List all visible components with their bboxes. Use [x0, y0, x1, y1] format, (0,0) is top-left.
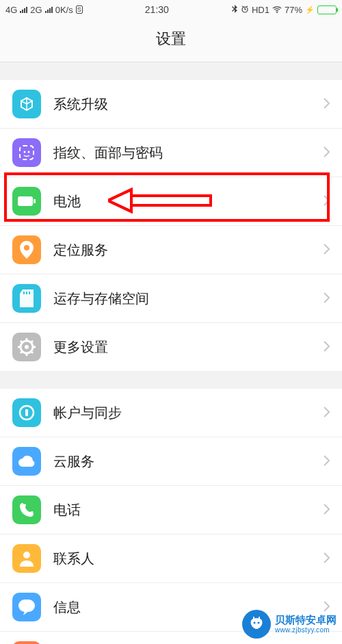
watermark: 贝斯特安卓网 www.zjbstyy.com: [242, 610, 337, 639]
svg-point-1: [276, 12, 278, 13]
item-label: 电话: [53, 501, 323, 519]
phone-icon: [12, 495, 41, 524]
settings-item-battery[interactable]: 电池: [0, 177, 342, 226]
svg-point-7: [24, 245, 29, 250]
settings-item-more[interactable]: 更多设置: [0, 323, 342, 371]
chevron-right-icon: [323, 404, 330, 422]
chevron-right-icon: [323, 95, 330, 113]
svg-rect-6: [34, 199, 36, 203]
settings-item-contacts[interactable]: 联系人: [0, 534, 342, 583]
person-icon: [12, 544, 41, 573]
pin-icon: [12, 235, 41, 264]
item-label: 电池: [53, 192, 323, 211]
chevron-right-icon: [323, 241, 330, 259]
svg-point-12: [25, 345, 29, 349]
svg-rect-5: [18, 196, 33, 206]
watermark-url: www.zjbstyy.com: [275, 626, 337, 634]
wifi-icon: [272, 5, 282, 15]
chevron-right-icon: [323, 289, 330, 307]
sd-icon: [12, 284, 41, 313]
svg-rect-8: [23, 292, 25, 294]
gear-icon: [12, 333, 41, 361]
chevron-right-icon: [323, 144, 330, 162]
hd-audio: HD1: [252, 5, 269, 15]
settings-item-cloud[interactable]: 云服务: [0, 437, 342, 486]
signal-bars-2: [45, 6, 53, 13]
status-bar: 4G 2G 0K/s S 21:30 HD1 77% ⚡: [0, 0, 342, 19]
item-label: 定位服务: [53, 241, 323, 259]
chevron-right-icon: [323, 192, 330, 210]
svg-rect-35: [253, 617, 254, 619]
svg-line-19: [31, 341, 33, 343]
svg-rect-2: [20, 146, 34, 159]
svg-line-17: [21, 341, 23, 343]
svg-rect-9: [26, 292, 27, 294]
settings-group: 帐户与同步云服务电话联系人信息相册: [0, 389, 342, 644]
settings-item-biometrics[interactable]: 指纹、面部与密码: [0, 129, 342, 177]
svg-rect-36: [259, 617, 260, 619]
svg-point-33: [254, 622, 256, 624]
item-label: 联系人: [53, 550, 323, 568]
chevron-right-icon: [323, 550, 330, 567]
item-label: 帐户与同步: [53, 404, 323, 422]
photo-icon: [12, 641, 41, 644]
chevron-right-icon: [323, 452, 330, 470]
item-label: 更多设置: [53, 338, 323, 357]
network-2g: 2G: [30, 5, 42, 15]
settings-item-location[interactable]: 定位服务: [0, 226, 342, 274]
svg-point-34: [258, 622, 260, 624]
network-4g: 4G: [5, 5, 17, 15]
alarm-icon: [241, 5, 249, 15]
battery-icon: [12, 187, 41, 216]
cloud-icon: [12, 447, 41, 476]
chevron-right-icon: [323, 338, 330, 356]
charging-icon: ⚡: [305, 5, 315, 14]
page-header: 设置: [0, 19, 342, 62]
svg-point-23: [23, 552, 30, 558]
sim-icon: S: [76, 5, 83, 14]
svg-rect-22: [25, 409, 28, 416]
item-label: 云服务: [53, 452, 323, 471]
status-right: HD1 77% ⚡: [231, 5, 337, 15]
settings-item-system-upgrade[interactable]: 系统升级: [0, 80, 342, 129]
status-left: 4G 2G 0K/s S: [5, 5, 83, 15]
face-icon: [12, 138, 41, 167]
section-gap: [0, 62, 342, 80]
section-gap: [0, 371, 342, 389]
svg-point-3: [24, 151, 26, 153]
net-speed: 0K/s: [55, 5, 73, 15]
svg-point-4: [28, 151, 30, 153]
bluetooth-icon: [231, 5, 238, 15]
cube-icon: [12, 90, 41, 118]
battery-icon: [317, 5, 337, 14]
settings-item-account-sync[interactable]: 帐户与同步: [0, 389, 342, 437]
svg-line-20: [21, 351, 23, 353]
item-label: 指纹、面部与密码: [53, 144, 323, 162]
watermark-logo-icon: [242, 610, 271, 639]
status-time: 21:30: [145, 4, 169, 15]
settings-group: 系统升级指纹、面部与密码电池定位服务运存与存储空间更多设置: [0, 80, 342, 371]
sync-icon: [12, 398, 41, 427]
signal-bars-1: [20, 6, 27, 13]
item-label: 系统升级: [53, 95, 323, 114]
page-title: 设置: [0, 29, 342, 49]
settings-item-storage[interactable]: 运存与存储空间: [0, 274, 342, 323]
svg-rect-10: [29, 292, 30, 294]
watermark-text: 贝斯特安卓网 www.zjbstyy.com: [275, 615, 337, 634]
watermark-title: 贝斯特安卓网: [275, 615, 337, 626]
settings-item-phone[interactable]: 电话: [0, 486, 342, 534]
svg-line-18: [31, 351, 33, 353]
chevron-right-icon: [323, 501, 330, 519]
item-label: 运存与存储空间: [53, 289, 323, 308]
battery-pct: 77%: [285, 5, 302, 15]
msg-icon: [12, 593, 41, 621]
svg-rect-24: [18, 600, 35, 612]
